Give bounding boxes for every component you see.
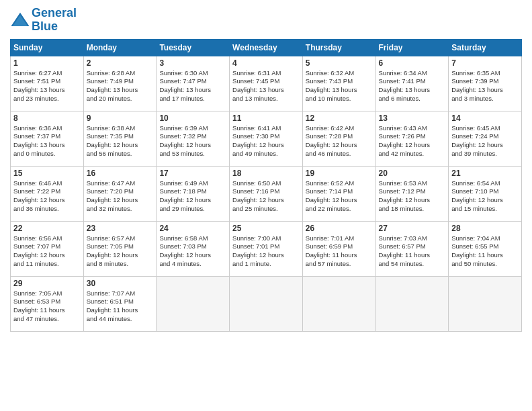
day-number: 27 xyxy=(379,224,446,233)
day-number: 18 xyxy=(232,169,300,178)
calendar-cell: 9Sunrise: 6:38 AM Sunset: 7:35 PM Daylig… xyxy=(83,111,157,166)
calendar-cell: 10Sunrise: 6:39 AM Sunset: 7:32 PM Dayli… xyxy=(157,111,230,166)
calendar-cell: 30Sunrise: 7:07 AM Sunset: 6:51 PM Dayli… xyxy=(83,276,157,331)
weekday-header: Sunday xyxy=(11,39,84,56)
day-number: 8 xyxy=(13,113,81,123)
day-info: Sunrise: 6:36 AM Sunset: 7:37 PM Dayligh… xyxy=(13,124,81,158)
day-info: Sunrise: 6:45 AM Sunset: 7:24 PM Dayligh… xyxy=(451,124,519,158)
calendar-cell xyxy=(302,276,375,331)
calendar-cell: 23Sunrise: 6:57 AM Sunset: 7:05 PM Dayli… xyxy=(83,221,157,276)
calendar-week-row: 15Sunrise: 6:46 AM Sunset: 7:22 PM Dayli… xyxy=(11,166,522,221)
page-container: General Blue SundayMondayTuesdayWednesda… xyxy=(0,0,532,338)
day-info: Sunrise: 6:27 AM Sunset: 7:51 PM Dayligh… xyxy=(13,69,81,103)
logo-text: General Blue xyxy=(32,7,77,34)
day-number: 26 xyxy=(306,224,373,233)
day-number: 1 xyxy=(13,58,81,68)
day-info: Sunrise: 6:47 AM Sunset: 7:20 PM Dayligh… xyxy=(87,179,154,214)
day-info: Sunrise: 7:01 AM Sunset: 6:59 PM Dayligh… xyxy=(306,234,373,269)
day-number: 17 xyxy=(159,169,226,178)
calendar-header-row: SundayMondayTuesdayWednesdayThursdayFrid… xyxy=(11,39,522,56)
day-info: Sunrise: 6:53 AM Sunset: 7:12 PM Dayligh… xyxy=(379,179,446,214)
day-info: Sunrise: 6:58 AM Sunset: 7:03 PM Dayligh… xyxy=(159,234,226,269)
day-info: Sunrise: 6:38 AM Sunset: 7:35 PM Dayligh… xyxy=(87,124,154,158)
calendar-cell: 6Sunrise: 6:34 AM Sunset: 7:41 PM Daylig… xyxy=(375,56,449,111)
day-number: 13 xyxy=(379,113,446,123)
day-info: Sunrise: 7:05 AM Sunset: 6:53 PM Dayligh… xyxy=(13,289,81,324)
day-number: 24 xyxy=(159,224,226,233)
weekday-header: Wednesday xyxy=(230,39,303,56)
calendar-cell: 29Sunrise: 7:05 AM Sunset: 6:53 PM Dayli… xyxy=(11,276,84,331)
weekday-header: Tuesday xyxy=(157,39,230,56)
day-number: 14 xyxy=(451,113,519,123)
calendar-cell: 13Sunrise: 6:43 AM Sunset: 7:26 PM Dayli… xyxy=(375,111,449,166)
calendar-cell: 11Sunrise: 6:41 AM Sunset: 7:30 PM Dayli… xyxy=(230,111,303,166)
day-info: Sunrise: 6:30 AM Sunset: 7:47 PM Dayligh… xyxy=(159,69,226,103)
calendar-cell: 16Sunrise: 6:47 AM Sunset: 7:20 PM Dayli… xyxy=(83,166,157,221)
calendar-cell xyxy=(375,276,449,331)
calendar-cell: 20Sunrise: 6:53 AM Sunset: 7:12 PM Dayli… xyxy=(375,166,449,221)
day-number: 20 xyxy=(379,169,446,178)
weekday-header: Friday xyxy=(375,39,449,56)
weekday-header: Saturday xyxy=(449,39,522,56)
calendar-cell xyxy=(157,276,230,331)
day-number: 19 xyxy=(306,169,373,178)
calendar-cell: 2Sunrise: 6:28 AM Sunset: 7:49 PM Daylig… xyxy=(83,56,157,111)
calendar-cell: 18Sunrise: 6:50 AM Sunset: 7:16 PM Dayli… xyxy=(230,166,303,221)
calendar-cell: 12Sunrise: 6:42 AM Sunset: 7:28 PM Dayli… xyxy=(302,111,375,166)
day-info: Sunrise: 6:34 AM Sunset: 7:41 PM Dayligh… xyxy=(379,69,446,103)
calendar-cell: 21Sunrise: 6:54 AM Sunset: 7:10 PM Dayli… xyxy=(449,166,522,221)
day-info: Sunrise: 6:41 AM Sunset: 7:30 PM Dayligh… xyxy=(232,124,300,158)
day-number: 15 xyxy=(13,169,81,178)
calendar-cell: 1Sunrise: 6:27 AM Sunset: 7:51 PM Daylig… xyxy=(11,56,84,111)
calendar-week-row: 29Sunrise: 7:05 AM Sunset: 6:53 PM Dayli… xyxy=(11,276,522,331)
calendar-cell: 8Sunrise: 6:36 AM Sunset: 7:37 PM Daylig… xyxy=(11,111,84,166)
day-info: Sunrise: 6:57 AM Sunset: 7:05 PM Dayligh… xyxy=(87,234,154,269)
day-number: 6 xyxy=(379,58,446,68)
day-info: Sunrise: 6:42 AM Sunset: 7:28 PM Dayligh… xyxy=(306,124,373,158)
calendar-week-row: 8Sunrise: 6:36 AM Sunset: 7:37 PM Daylig… xyxy=(11,111,522,166)
calendar-table: SundayMondayTuesdayWednesdayThursdayFrid… xyxy=(10,39,522,332)
day-info: Sunrise: 6:52 AM Sunset: 7:14 PM Dayligh… xyxy=(306,179,373,214)
weekday-header: Thursday xyxy=(302,39,375,56)
calendar-cell: 27Sunrise: 7:03 AM Sunset: 6:57 PM Dayli… xyxy=(375,221,449,276)
calendar-cell: 3Sunrise: 6:30 AM Sunset: 7:47 PM Daylig… xyxy=(157,56,230,111)
calendar-cell: 7Sunrise: 6:35 AM Sunset: 7:39 PM Daylig… xyxy=(449,56,522,111)
calendar-week-row: 1Sunrise: 6:27 AM Sunset: 7:51 PM Daylig… xyxy=(11,56,522,111)
header: General Blue xyxy=(10,7,522,34)
calendar-cell: 17Sunrise: 6:49 AM Sunset: 7:18 PM Dayli… xyxy=(157,166,230,221)
calendar-cell: 22Sunrise: 6:56 AM Sunset: 7:07 PM Dayli… xyxy=(11,221,84,276)
day-info: Sunrise: 6:46 AM Sunset: 7:22 PM Dayligh… xyxy=(13,179,81,214)
calendar-cell: 28Sunrise: 7:04 AM Sunset: 6:55 PM Dayli… xyxy=(449,221,522,276)
day-info: Sunrise: 6:31 AM Sunset: 7:45 PM Dayligh… xyxy=(232,69,300,103)
day-number: 21 xyxy=(451,169,519,178)
logo-icon xyxy=(10,10,30,30)
day-info: Sunrise: 6:32 AM Sunset: 7:43 PM Dayligh… xyxy=(306,69,373,103)
day-info: Sunrise: 6:39 AM Sunset: 7:32 PM Dayligh… xyxy=(159,124,226,158)
weekday-header: Monday xyxy=(83,39,157,56)
day-number: 4 xyxy=(232,58,300,68)
calendar-body: 1Sunrise: 6:27 AM Sunset: 7:51 PM Daylig… xyxy=(11,56,522,331)
day-number: 16 xyxy=(87,169,154,178)
day-number: 30 xyxy=(87,279,154,288)
day-info: Sunrise: 7:00 AM Sunset: 7:01 PM Dayligh… xyxy=(232,234,300,269)
day-number: 2 xyxy=(87,58,154,68)
calendar-cell xyxy=(449,276,522,331)
calendar-cell: 5Sunrise: 6:32 AM Sunset: 7:43 PM Daylig… xyxy=(302,56,375,111)
day-info: Sunrise: 6:50 AM Sunset: 7:16 PM Dayligh… xyxy=(232,179,300,214)
logo: General Blue xyxy=(10,7,77,34)
day-number: 22 xyxy=(13,224,81,233)
day-info: Sunrise: 7:03 AM Sunset: 6:57 PM Dayligh… xyxy=(379,234,446,269)
day-number: 11 xyxy=(232,113,300,123)
day-number: 12 xyxy=(306,113,373,123)
day-number: 7 xyxy=(451,58,519,68)
calendar-cell: 19Sunrise: 6:52 AM Sunset: 7:14 PM Dayli… xyxy=(302,166,375,221)
day-info: Sunrise: 7:04 AM Sunset: 6:55 PM Dayligh… xyxy=(451,234,519,269)
day-info: Sunrise: 6:56 AM Sunset: 7:07 PM Dayligh… xyxy=(13,234,81,269)
day-info: Sunrise: 7:07 AM Sunset: 6:51 PM Dayligh… xyxy=(87,289,154,324)
day-number: 9 xyxy=(87,113,154,123)
calendar-cell: 4Sunrise: 6:31 AM Sunset: 7:45 PM Daylig… xyxy=(230,56,303,111)
calendar-cell: 24Sunrise: 6:58 AM Sunset: 7:03 PM Dayli… xyxy=(157,221,230,276)
day-number: 25 xyxy=(232,224,300,233)
day-number: 10 xyxy=(159,113,226,123)
calendar-cell: 14Sunrise: 6:45 AM Sunset: 7:24 PM Dayli… xyxy=(449,111,522,166)
